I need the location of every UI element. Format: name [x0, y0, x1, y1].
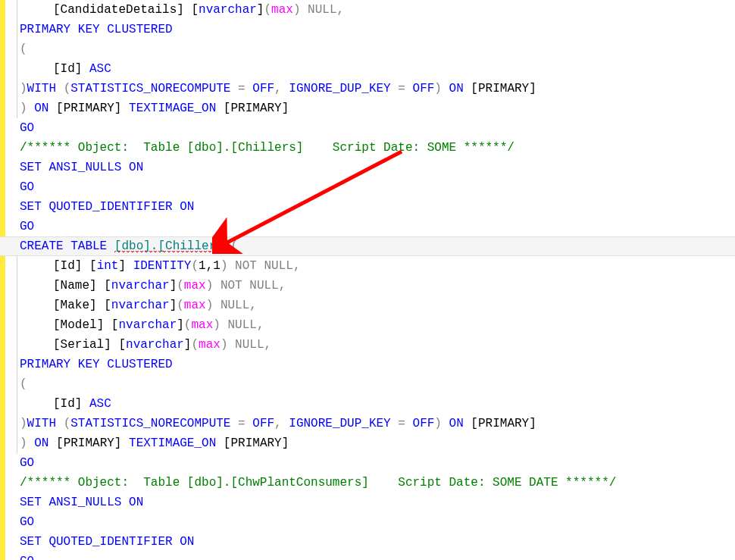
change-marker — [0, 256, 5, 355]
code-line[interactable]: /****** Object: Table [dbo].[ChwPlantCon… — [20, 473, 735, 493]
code-line[interactable]: ( — [20, 39, 735, 59]
code-line[interactable]: )WITH (STATISTICS_NORECOMPUTE = OFF, IGN… — [20, 414, 735, 433]
code-line[interactable]: GO — [20, 177, 735, 197]
code-line[interactable]: SET QUOTED_IDENTIFIER ON — [20, 197, 735, 217]
code-line[interactable]: SET ANSI_NULLS ON — [20, 493, 735, 512]
code-line[interactable]: )WITH (STATISTICS_NORECOMPUTE = OFF, IGN… — [20, 79, 735, 99]
code-line[interactable]: [CandidateDetails] [nvarchar](max) NULL, — [20, 0, 735, 20]
code-line[interactable]: [Id] ASC — [20, 59, 735, 79]
outline-guide — [17, 256, 17, 453]
code-area[interactable]: [CandidateDetails] [nvarchar](max) NULL,… — [20, 0, 735, 560]
change-marker — [0, 0, 5, 138]
code-line[interactable]: GO — [20, 552, 735, 560]
code-line[interactable]: GO — [20, 118, 735, 138]
code-line[interactable]: ) ON [PRIMARY] TEXTIMAGE_ON [PRIMARY] — [20, 433, 735, 453]
code-line[interactable]: [Model] [nvarchar](max) NULL, — [20, 315, 735, 335]
code-line[interactable]: [Id] [int] IDENTITY(1,1) NOT NULL, — [20, 256, 735, 276]
code-line[interactable]: PRIMARY KEY CLUSTERED — [20, 20, 735, 39]
code-line[interactable]: SET QUOTED_IDENTIFIER ON — [20, 532, 735, 552]
code-line[interactable]: /****** Object: Table [dbo].[Chillers] S… — [20, 138, 735, 158]
code-line[interactable]: [Serial] [nvarchar](max) NULL, — [20, 335, 735, 355]
code-line-current[interactable]: CREATE TABLE [dbo].[Chillers]( — [0, 236, 735, 256]
code-line[interactable]: [Name] [nvarchar](max) NOT NULL, — [20, 276, 735, 296]
code-line[interactable]: SET ANSI_NULLS ON — [20, 158, 735, 177]
code-line[interactable]: GO — [20, 453, 735, 473]
code-line[interactable]: PRIMARY KEY CLUSTERED — [20, 355, 735, 374]
change-marker — [0, 355, 5, 493]
code-line[interactable]: [Make] [nvarchar](max) NULL, — [20, 296, 735, 315]
gutter — [0, 0, 14, 560]
outline-guide — [17, 0, 17, 118]
sql-editor[interactable]: [CandidateDetails] [nvarchar](max) NULL,… — [0, 0, 735, 560]
code-line[interactable]: [Id] ASC — [20, 394, 735, 414]
change-marker — [0, 493, 5, 560]
code-line[interactable]: GO — [20, 512, 735, 532]
code-line[interactable]: ) ON [PRIMARY] TEXTIMAGE_ON [PRIMARY] — [20, 99, 735, 118]
code-line[interactable]: GO — [20, 217, 735, 236]
change-marker — [0, 138, 5, 236]
code-line[interactable]: ( — [20, 374, 735, 394]
